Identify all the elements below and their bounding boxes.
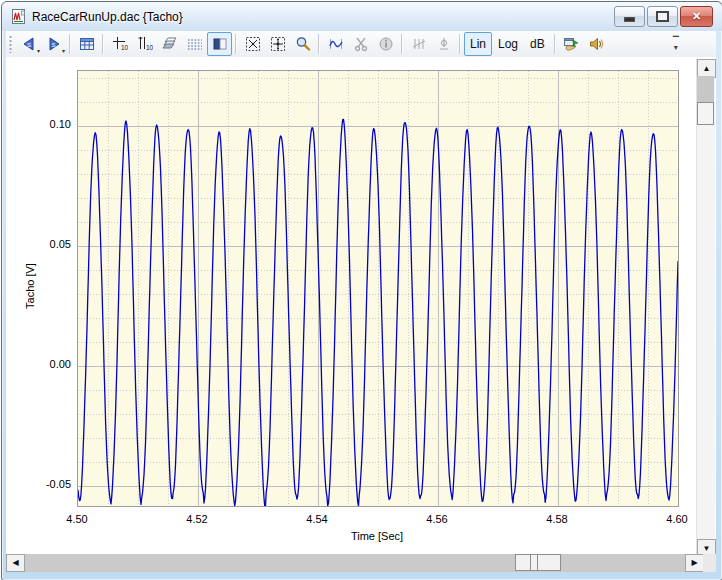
next-section-button[interactable]: S ▾	[41, 32, 66, 56]
y-tick-label: 0.10	[6, 118, 71, 130]
toolbar-separator	[102, 34, 104, 54]
scissors-icon	[353, 36, 369, 52]
export-button[interactable]	[559, 32, 584, 56]
vertical-lines-10-icon: 10	[137, 36, 153, 52]
db-scale-button[interactable]: dB	[524, 32, 551, 56]
toolbar-separator	[69, 34, 71, 54]
cut-button[interactable]	[348, 32, 373, 56]
toolbar-separator	[459, 34, 461, 54]
restore-icon	[656, 11, 669, 22]
dropdown-caret-icon: ▾	[62, 48, 65, 54]
right-arrow-icon: ▶	[691, 559, 697, 567]
x-tick-label: 4.50	[55, 513, 99, 525]
audio-replay-button[interactable]	[584, 32, 609, 56]
x-axis-scale-button[interactable]: 10	[107, 32, 132, 56]
comb-cursor-icon	[411, 36, 427, 52]
info-button[interactable]	[373, 32, 398, 56]
y-tick-label: -0.05	[6, 478, 71, 490]
x-tick-label: 4.56	[415, 513, 459, 525]
edit-waveform-button[interactable]	[323, 32, 348, 56]
minimize-button[interactable]	[614, 6, 645, 27]
toolbar-separator	[401, 34, 403, 54]
magnify-button[interactable]	[290, 32, 315, 56]
hand-export-icon	[563, 36, 579, 52]
vertical-scrollbar[interactable]: ▲ ▼	[696, 59, 715, 556]
down-arrow-icon: ▼	[703, 545, 711, 553]
left-arrow-icon: ◀	[12, 559, 18, 567]
horizontal-scroll-thumb[interactable]	[515, 554, 561, 571]
expand-box-icon	[245, 36, 261, 52]
title-bar[interactable]: RaceCarRunUp.dac {Tacho} ✕	[2, 2, 722, 31]
scrollbar-corner	[703, 554, 716, 572]
blue-wave-icon	[328, 36, 344, 52]
x-tick-label: 4.52	[175, 513, 219, 525]
vertical-scroll-shade	[697, 76, 714, 102]
cursor-single-button[interactable]	[431, 32, 456, 56]
app-window: RaceCarRunUp.dac {Tacho} ✕ S ▾ S ▾	[1, 1, 722, 580]
magnifier-icon	[295, 36, 311, 52]
svg-text:S: S	[51, 42, 55, 48]
log-scale-button[interactable]: Log	[492, 32, 524, 56]
panel-view-icon	[212, 36, 228, 52]
minimize-icon	[624, 17, 635, 22]
cursor-harmonic-button[interactable]	[406, 32, 431, 56]
plot-area[interactable]	[77, 70, 679, 507]
plot-svg	[78, 71, 678, 506]
zoom-extents-button[interactable]	[240, 32, 265, 56]
restore-button[interactable]	[647, 6, 678, 27]
dropdown-caret-icon: ▾	[37, 48, 40, 54]
x-tick-label: 4.54	[295, 513, 339, 525]
cascade-pages-icon	[162, 36, 178, 52]
crosshair-10-icon: 10	[112, 36, 128, 52]
dotted-rows-icon	[187, 36, 203, 52]
prev-section-button[interactable]: S ▾	[16, 32, 41, 56]
info-circle-icon	[378, 36, 394, 52]
vertical-scroll-thumb[interactable]	[697, 102, 714, 125]
toolbar-grip[interactable]	[9, 35, 12, 53]
svg-text:S: S	[26, 42, 30, 48]
toolbar: S ▾ S ▾ 10	[6, 31, 716, 58]
grid-table-icon	[79, 36, 95, 52]
y-axis-scale-button[interactable]: 10	[132, 32, 157, 56]
shrink-box-icon	[270, 36, 286, 52]
close-icon: ✕	[692, 10, 701, 23]
y-axis-title: Tacho [V]	[24, 226, 36, 346]
data-table-button[interactable]	[74, 32, 99, 56]
graph-window: 4.504.524.544.564.584.600.100.050.00-0.0…	[6, 57, 716, 572]
y-tick-label: 0.00	[6, 358, 71, 370]
toolbar-separator	[554, 34, 556, 54]
svg-text:10: 10	[121, 44, 128, 51]
toolbar-separator	[318, 34, 320, 54]
horizontal-scrollbar[interactable]: ◀ ▶	[6, 554, 703, 572]
waveform-document-icon	[11, 9, 27, 25]
grid-toggle-button[interactable]	[182, 32, 207, 56]
blue-right-arrow-s-icon: S	[46, 36, 62, 52]
toolbar-separator	[235, 34, 237, 54]
close-button[interactable]: ✕	[680, 6, 713, 27]
x-axis-title: Time [Sec]	[257, 530, 497, 542]
cascade-view-button[interactable]	[157, 32, 182, 56]
svg-text:10: 10	[146, 44, 153, 51]
speaker-icon	[588, 36, 604, 52]
x-tick-label: 4.58	[535, 513, 579, 525]
window-title: RaceCarRunUp.dac {Tacho}	[32, 10, 183, 24]
single-pane-button[interactable]	[207, 32, 232, 56]
toolbar-overflow-button[interactable]: ▔▾	[669, 37, 683, 51]
scroll-right-button[interactable]: ▶	[685, 554, 704, 572]
zoom-region-button[interactable]	[265, 32, 290, 56]
linear-scale-button[interactable]: Lin	[464, 32, 492, 56]
up-arrow-icon: ▲	[703, 65, 711, 73]
scroll-left-button[interactable]: ◀	[6, 554, 25, 572]
x-tick-label: 4.60	[655, 513, 699, 525]
blue-left-arrow-s-icon: S	[21, 36, 37, 52]
plumb-cursor-icon	[436, 36, 452, 52]
y-tick-label: 0.05	[6, 238, 71, 250]
